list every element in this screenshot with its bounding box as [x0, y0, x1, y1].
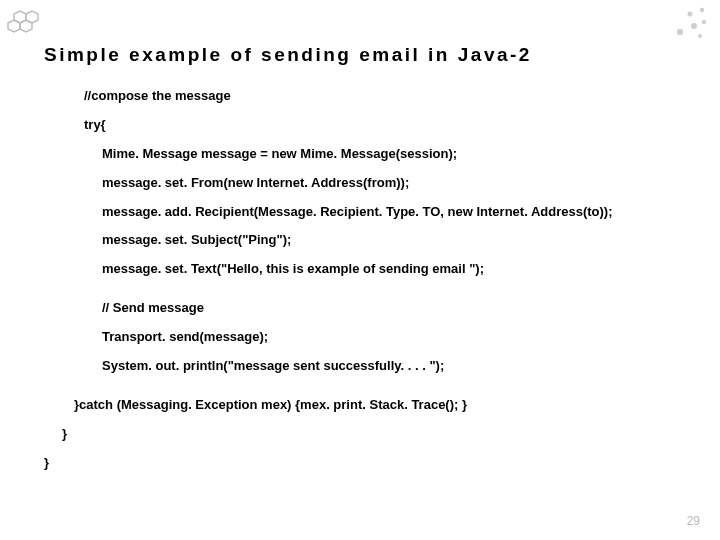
svg-marker-3: [8, 20, 20, 32]
code-line: //compose the message: [84, 88, 690, 105]
slide-title: Simple example of sending email in Java-…: [44, 44, 532, 66]
logo-left-icon: [6, 6, 46, 38]
code-line: message. set. From(new Internet. Address…: [102, 175, 690, 192]
svg-point-6: [702, 20, 706, 24]
svg-point-5: [688, 12, 693, 17]
code-block: //compose the message try{ Mime. Message…: [44, 82, 690, 472]
svg-point-9: [698, 34, 702, 38]
code-line: }: [44, 455, 690, 472]
code-line: message. set. Text("Hello, this is examp…: [102, 261, 690, 278]
code-line: try{: [84, 117, 690, 134]
svg-marker-2: [20, 20, 32, 32]
svg-point-4: [700, 8, 704, 12]
svg-point-7: [691, 23, 697, 29]
code-line: message. add. Recipient(Message. Recipie…: [84, 204, 690, 221]
code-line: Transport. send(message);: [102, 329, 690, 346]
code-line: }: [62, 426, 690, 443]
code-line: // Send message: [102, 300, 690, 317]
page-number: 29: [687, 514, 700, 528]
code-line: message. set. Subject("Ping");: [102, 232, 690, 249]
code-line: Mime. Message message = new Mime. Messag…: [102, 146, 690, 163]
code-line: }catch (Messaging. Exception mex) {mex. …: [74, 397, 690, 414]
code-line: System. out. println("message sent succe…: [102, 358, 690, 375]
logo-right-icon: [664, 4, 712, 44]
svg-point-8: [677, 29, 683, 35]
